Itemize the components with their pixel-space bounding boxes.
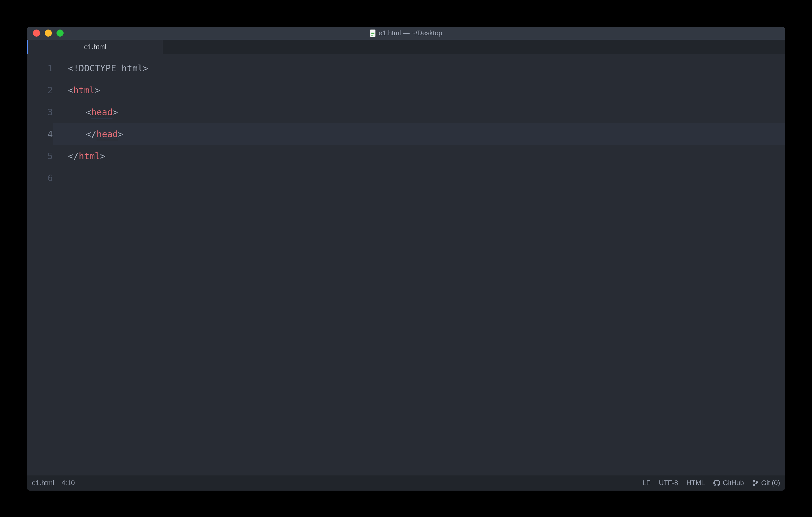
code-line[interactable]: <head> bbox=[61, 101, 785, 123]
line-number-gutter[interactable]: 123456 bbox=[27, 54, 61, 476]
code-line[interactable]: </html> bbox=[61, 145, 785, 167]
git-branch-icon bbox=[752, 480, 759, 486]
line-number[interactable]: 6 bbox=[27, 167, 53, 189]
line-number[interactable]: 3 bbox=[27, 101, 53, 123]
status-bar[interactable]: e1.html 4:10 LF UTF-8 HTML GitHub bbox=[27, 476, 785, 491]
line-number[interactable]: 4 bbox=[27, 123, 53, 145]
status-git-label: Git (0) bbox=[761, 479, 780, 487]
status-eol[interactable]: LF bbox=[642, 479, 650, 487]
tab-filename: e1.html bbox=[84, 43, 106, 51]
tab-active[interactable]: e1.html bbox=[27, 40, 163, 54]
status-grammar[interactable]: HTML bbox=[687, 479, 705, 487]
status-cursor[interactable]: 4:10 bbox=[61, 479, 75, 487]
code-line[interactable]: <html> bbox=[61, 79, 785, 101]
line-number[interactable]: 2 bbox=[27, 79, 53, 101]
svg-rect-2 bbox=[371, 33, 374, 34]
github-icon bbox=[714, 480, 720, 486]
editor-window: e1.html — ~/Desktop e1.html 123456 <!DOC… bbox=[27, 27, 785, 491]
editor-area[interactable]: 123456 <!DOCTYPE html><html><head></head… bbox=[27, 54, 785, 476]
svg-rect-1 bbox=[371, 32, 374, 32]
svg-point-6 bbox=[756, 481, 758, 483]
status-github-label: GitHub bbox=[723, 479, 744, 487]
window-title-text: e1.html — ~/Desktop bbox=[379, 29, 442, 37]
zoom-window-button[interactable] bbox=[57, 30, 64, 37]
status-encoding[interactable]: UTF-8 bbox=[659, 479, 678, 487]
svg-point-5 bbox=[753, 484, 755, 486]
file-type-icon bbox=[370, 30, 376, 37]
code-region[interactable]: <!DOCTYPE html><html><head></head></html… bbox=[61, 54, 785, 476]
traffic-lights bbox=[27, 30, 64, 37]
code-line[interactable]: </head> bbox=[53, 123, 785, 145]
status-right: LF UTF-8 HTML GitHub Git (0) bbox=[642, 479, 780, 487]
status-github[interactable]: GitHub bbox=[714, 479, 744, 487]
window-title: e1.html — ~/Desktop bbox=[370, 29, 442, 37]
minimize-window-button[interactable] bbox=[45, 30, 52, 37]
titlebar[interactable]: e1.html — ~/Desktop bbox=[27, 27, 785, 40]
close-window-button[interactable] bbox=[33, 30, 40, 37]
line-number[interactable]: 5 bbox=[27, 145, 53, 167]
svg-point-4 bbox=[753, 480, 755, 482]
status-git[interactable]: Git (0) bbox=[752, 479, 780, 487]
code-line[interactable] bbox=[61, 167, 785, 189]
line-number[interactable]: 1 bbox=[27, 57, 53, 79]
status-file[interactable]: e1.html bbox=[32, 479, 54, 487]
svg-rect-3 bbox=[371, 35, 373, 35]
tab-bar[interactable]: e1.html bbox=[27, 40, 785, 54]
status-left: e1.html 4:10 bbox=[32, 479, 75, 487]
code-line[interactable]: <!DOCTYPE html> bbox=[61, 57, 785, 79]
